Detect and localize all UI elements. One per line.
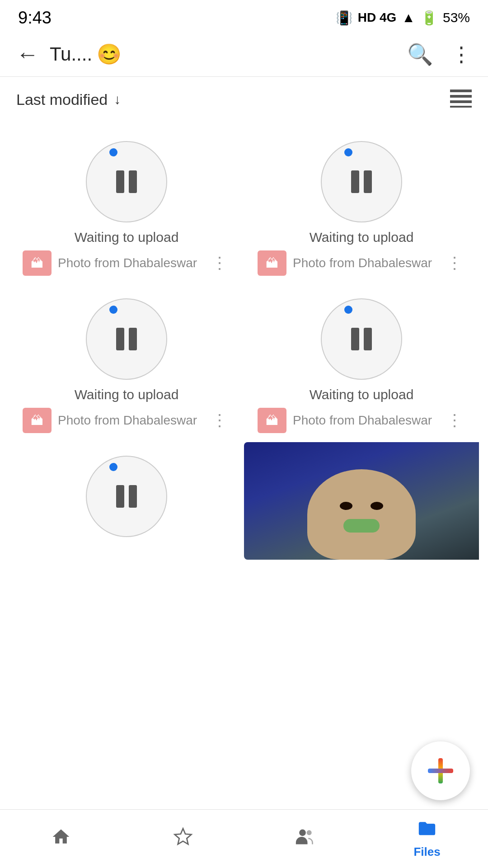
left-eye [340, 502, 352, 510]
network-label: HD 4G [358, 10, 397, 25]
upload-progress-circle [86, 298, 167, 380]
spinner-dot [109, 463, 117, 471]
battery-icon: 🔋 [421, 10, 437, 26]
pause-icon [116, 485, 137, 508]
svg-point-4 [299, 829, 306, 836]
file-thumbnail: 🏔 [23, 250, 52, 276]
pause-icon [351, 170, 372, 193]
spinner-dot [109, 148, 117, 156]
nav-item-home[interactable] [0, 827, 122, 851]
list-item: Waiting to upload 🏔 Photo from Dhabalesw… [9, 127, 244, 285]
upload-progress-circle [321, 298, 402, 380]
spinner-dot [109, 306, 117, 314]
pause-icon [351, 328, 372, 350]
list-view-icon [450, 90, 472, 108]
view-toggle-button[interactable] [450, 90, 472, 109]
home-icon [51, 827, 71, 851]
fab-add-button[interactable] [411, 741, 470, 800]
people-icon [295, 827, 315, 851]
nav-item-files[interactable]: Files [366, 819, 488, 859]
plus-icon [426, 756, 455, 785]
upload-progress-circle [86, 456, 167, 537]
spinner-dot [344, 148, 352, 156]
image-icon: 🏔 [31, 256, 43, 271]
folder-icon [417, 819, 437, 841]
list-item: Waiting to upload 🏔 Photo from Dhabalesw… [244, 285, 479, 442]
file-more-button[interactable]: ⋮ [444, 251, 465, 275]
svg-rect-0 [450, 90, 472, 92]
upload-status: Waiting to upload [310, 230, 414, 245]
image-icon: 🏔 [266, 413, 278, 428]
file-name: Photo from Dhabaleswar [58, 255, 202, 271]
pause-icon [116, 328, 137, 350]
file-thumbnail: 🏔 [23, 408, 52, 433]
list-item: Waiting to upload 🏔 Photo from Dhabalesw… [9, 285, 244, 442]
upload-status: Waiting to upload [75, 230, 179, 245]
file-info-row: 🏔 Photo from Dhabaleswar ⋮ [18, 250, 235, 276]
svg-rect-1 [450, 95, 472, 98]
nav-item-starred[interactable] [122, 827, 244, 851]
list-item [244, 442, 479, 560]
file-info-row: 🏔 Photo from Dhabaleswar ⋮ [18, 408, 235, 433]
star-icon [173, 827, 193, 851]
file-info-row: 🏔 Photo from Dhabaleswar ⋮ [253, 408, 470, 433]
image-icon: 🏔 [31, 413, 43, 428]
sort-selector[interactable]: Last modified ↓ [16, 91, 121, 108]
upload-progress-circle [321, 141, 402, 222]
file-name: Photo from Dhabaleswar [293, 412, 437, 429]
file-thumbnail: 🏔 [258, 250, 286, 276]
files-grid: Waiting to upload 🏔 Photo from Dhabalesw… [0, 118, 488, 569]
file-more-button[interactable]: ⋮ [209, 408, 230, 433]
signal-icon: ▲ [402, 10, 415, 25]
files-nav-label: Files [413, 845, 440, 859]
eye-area [340, 502, 383, 510]
svg-rect-3 [450, 106, 472, 108]
nav-item-shared[interactable] [244, 827, 366, 851]
folder-title-text: Tu.... [50, 43, 92, 65]
svg-rect-2 [450, 100, 472, 103]
bottom-nav: Files [0, 809, 488, 868]
status-bar: 9:43 📳 HD 4G ▲ 🔋 53% [0, 0, 488, 32]
sort-bar: Last modified ↓ [0, 77, 488, 118]
back-button[interactable]: ← [16, 41, 39, 67]
file-name: Photo from Dhabaleswar [58, 412, 202, 429]
battery-percent: 53% [443, 10, 470, 25]
more-button[interactable]: ⋮ [451, 42, 472, 66]
right-eye [371, 502, 383, 510]
sort-arrow-icon: ↓ [114, 92, 121, 107]
list-item [9, 442, 244, 560]
pause-icon [116, 170, 137, 193]
upload-status: Waiting to upload [75, 387, 179, 402]
status-icons: 📳 HD 4G ▲ 🔋 53% [336, 10, 470, 26]
file-thumbnail: 🏔 [258, 408, 286, 433]
list-item: Waiting to upload 🏔 Photo from Dhabalesw… [244, 127, 479, 285]
sort-label-text: Last modified [16, 91, 108, 108]
mask-shape [343, 519, 380, 533]
svg-point-5 [307, 830, 312, 835]
header: ← Tu.... 😊 🔍 ⋮ [0, 32, 488, 77]
face-shape [307, 469, 416, 560]
partial-photo [244, 442, 479, 560]
image-icon: 🏔 [266, 256, 278, 271]
upload-progress-circle [86, 141, 167, 222]
header-emoji: 😊 [97, 42, 122, 66]
search-button[interactable]: 🔍 [407, 42, 433, 66]
spinner-dot [344, 306, 352, 314]
header-title: Tu.... 😊 [50, 42, 407, 66]
status-time: 9:43 [18, 8, 52, 28]
vibrate-icon: 📳 [336, 10, 352, 26]
file-info-row: 🏔 Photo from Dhabaleswar ⋮ [253, 250, 470, 276]
file-more-button[interactable]: ⋮ [444, 408, 465, 433]
file-more-button[interactable]: ⋮ [209, 251, 230, 275]
upload-status: Waiting to upload [310, 387, 414, 402]
file-name: Photo from Dhabaleswar [293, 255, 437, 271]
header-actions: 🔍 ⋮ [407, 42, 472, 66]
